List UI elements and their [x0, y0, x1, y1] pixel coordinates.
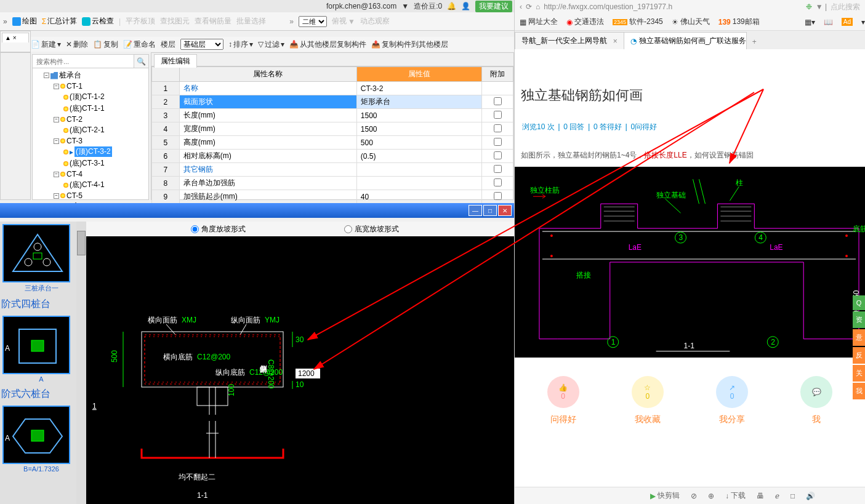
prop-tab[interactable]: 属性编辑	[154, 54, 197, 68]
more-icon[interactable]: »	[289, 17, 294, 26]
prop-value[interactable]	[356, 163, 481, 177]
side-btn[interactable]: 反	[853, 347, 865, 364]
status-icon[interactable]: ⊘	[691, 492, 697, 500]
action-share[interactable]: ↗0 我分享	[716, 376, 748, 425]
tree-leaf[interactable]: (底)CT-3-1	[33, 158, 148, 169]
scrollbar[interactable]	[76, 222, 86, 504]
prop-row[interactable]: 6 相对底标高(m) (0.5)	[152, 150, 513, 163]
tree-root[interactable]: −桩承台	[33, 70, 148, 81]
new-tab-button[interactable]: +	[746, 34, 763, 49]
search-button[interactable]: 🔍	[134, 55, 148, 68]
prop-row[interactable]: 3 长度(mm) 1500	[152, 109, 513, 122]
prop-row[interactable]: 7 其它钢筋	[152, 163, 513, 177]
tree-leaf[interactable]: (底)CT-4-1	[33, 179, 148, 191]
tree-leaf-selected[interactable]: ▸(顶)CT-3-2	[33, 146, 148, 158]
bookmark-item[interactable]: 139139邮箱	[718, 17, 760, 27]
refresh-icon[interactable]: ⟳	[526, 2, 532, 11]
prop-value[interactable]: CT-3-2	[356, 82, 481, 95]
sort-button[interactable]: ↕排序 ▾	[228, 39, 253, 50]
radio-angle-slope[interactable]: 角度放坡形式	[191, 224, 246, 234]
home-icon[interactable]: ⌂	[536, 2, 540, 11]
back-icon[interactable]: ‹	[520, 2, 522, 11]
status-icon[interactable]: □	[791, 492, 795, 500]
minimize-button[interactable]: —	[469, 205, 482, 216]
prop-row[interactable]: 4 宽度(mm) 1500	[152, 122, 513, 136]
maximize-button[interactable]: □	[483, 205, 497, 216]
expand-icon[interactable]: »	[3, 17, 7, 26]
view-2d-select[interactable]: 二维	[299, 16, 327, 27]
browser-tab[interactable]: 导航_新一代安全上网导航×	[515, 32, 624, 49]
copy-button[interactable]: 📋复制	[93, 39, 118, 50]
prop-extra[interactable]	[482, 82, 513, 95]
floor-select[interactable]: 基础层	[180, 39, 223, 50]
prop-value[interactable]: 1500	[356, 122, 481, 136]
side-btn[interactable]: 我	[853, 383, 865, 399]
search-input[interactable]	[33, 55, 134, 68]
bell-icon[interactable]: 🔔	[447, 2, 456, 10]
find-elem-button[interactable]: 查找图元	[160, 16, 190, 26]
grid-icon[interactable]: ▦▾	[805, 18, 815, 26]
book-icon[interactable]: 📖	[824, 18, 833, 26]
prop-value[interactable]: 矩形承台	[356, 95, 481, 109]
addr-icon[interactable]: ❉	[806, 2, 812, 11]
tree-node-ct1[interactable]: −CT-1	[33, 81, 148, 91]
bookmark-item[interactable]: ▦网址大全	[520, 17, 558, 27]
rename-button[interactable]: 📝重命名	[123, 39, 156, 50]
prop-extra[interactable]	[482, 163, 513, 177]
prop-row[interactable]: 2 截面形状 矩形承台	[152, 95, 513, 109]
tree-node-ct2[interactable]: −CT-2	[33, 114, 148, 124]
status-clip[interactable]: ▶快剪辑	[650, 490, 680, 501]
status-icon[interactable]: 🖶	[757, 492, 764, 500]
close-button[interactable]: ✕	[498, 205, 512, 216]
side-btn[interactable]: 关	[853, 365, 865, 382]
tab-small[interactable]: ▲ ×	[2, 33, 29, 42]
action-me[interactable]: 💬 我	[800, 376, 832, 425]
prop-extra[interactable]	[482, 109, 513, 122]
thumb-item[interactable]: 三桩承台一	[2, 224, 80, 294]
prop-row[interactable]: 5 高度(mm) 500	[152, 136, 513, 150]
tree-node-ct5[interactable]: −CT-5	[33, 191, 148, 201]
prop-value[interactable]: 500	[356, 136, 481, 150]
tree-node-ct3[interactable]: −CT-3	[33, 136, 148, 146]
dyn-view-button[interactable]: 动态观察	[360, 16, 390, 26]
top-view-button[interactable]: 俯视▼	[332, 16, 355, 26]
thumb-item[interactable]: A A	[2, 316, 80, 384]
prop-extra[interactable]	[482, 136, 513, 150]
bookmark-item[interactable]: ☀佛山天气	[672, 17, 710, 27]
browser-tab-active[interactable]: ◔独立基础钢筋如何画_广联达服务×	[624, 32, 747, 49]
prop-extra[interactable]	[482, 122, 513, 136]
tab-close-icon[interactable]: ×	[613, 37, 618, 46]
flat-board-button[interactable]: 平齐板顶	[126, 16, 155, 26]
copy-from-button[interactable]: 📥从其他楼层复制构件	[289, 39, 366, 50]
prop-extra[interactable]	[482, 95, 513, 109]
delete-button[interactable]: ✕删除	[66, 39, 88, 50]
tree-leaf[interactable]: (底)CT-2-1	[33, 124, 148, 136]
prop-value[interactable]: (0.5)	[356, 150, 481, 163]
batch-sel-button[interactable]: 批量选择	[236, 16, 266, 26]
filter-button[interactable]: ▽过滤 ▾	[258, 39, 284, 50]
tree-node-ct4[interactable]: −CT-4	[33, 169, 148, 179]
main-drawing-canvas[interactable]: 横向面筋 XMJ 纵向面筋 YMJ 横向底筋 C12@200 纵向底筋 C12@…	[86, 236, 514, 504]
prop-row[interactable]: 9 加强筋起步(mm) 40	[152, 190, 513, 204]
view-rebar-button[interactable]: 查看钢筋量	[195, 16, 231, 26]
side-btn[interactable]: 资	[853, 311, 865, 328]
bookmark-item[interactable]: 2345软件-2345	[613, 17, 663, 27]
search-placeholder[interactable]: 点此搜索	[831, 2, 860, 12]
action-favorite[interactable]: ☆0 我收藏	[632, 376, 664, 425]
status-icon[interactable]: ℯ	[775, 492, 779, 500]
tree-leaf[interactable]: (顶)CT-1-2	[33, 91, 148, 103]
action-good-q[interactable]: 👍0 问得好	[547, 376, 579, 425]
side-btn[interactable]: Q	[853, 295, 865, 310]
prop-extra[interactable]	[482, 190, 513, 204]
prop-row[interactable]: 1 名称 CT-3-2	[152, 82, 513, 95]
tree-leaf[interactable]: (底)CT-1-1	[33, 103, 148, 114]
suggest-button[interactable]: 我要建议	[475, 1, 512, 12]
thumb-item[interactable]: A B=A/1.7326	[2, 406, 80, 474]
cloud-check-button[interactable]: 云检查	[82, 16, 114, 26]
url-text[interactable]: http://e.fwxgx.com/question_1971977.h	[544, 2, 802, 11]
prop-value[interactable]: 40	[356, 190, 481, 204]
prop-row[interactable]: 8 承台单边加强筋	[152, 177, 513, 190]
bookmark-item[interactable]: ◉交通违法	[566, 17, 604, 27]
new-button[interactable]: 📄新建 ▾	[31, 39, 61, 50]
radio-width-slope[interactable]: 底宽放坡形式	[344, 224, 399, 234]
